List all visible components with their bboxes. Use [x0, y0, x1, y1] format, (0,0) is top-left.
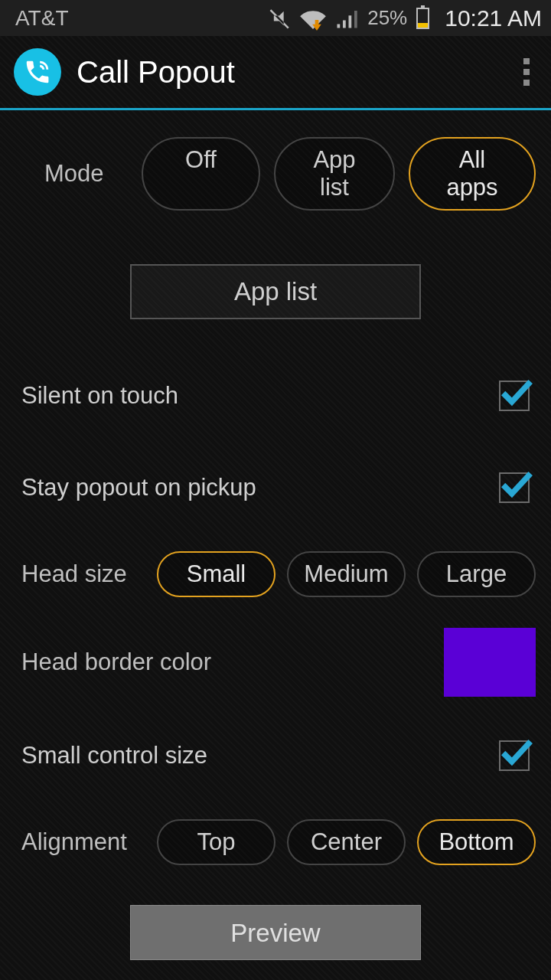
status-bar: AT&T 25% 10:21 AM — [0, 0, 551, 36]
head-size-medium[interactable]: Medium — [287, 551, 406, 597]
mute-icon — [269, 8, 291, 29]
silent-on-touch-checkbox[interactable] — [499, 381, 530, 411]
head-size-label: Head size — [21, 560, 155, 588]
small-control-checkbox[interactable] — [499, 740, 530, 771]
preview-button[interactable]: Preview — [130, 905, 421, 960]
head-size-row: Head size Small Medium Large — [15, 534, 536, 614]
alignment-center[interactable]: Center — [287, 819, 406, 865]
mode-option-off[interactable]: Off — [142, 137, 260, 211]
overflow-menu-button[interactable] — [516, 51, 537, 93]
head-border-color-row[interactable]: Head border color — [15, 614, 536, 710]
stay-popout-label: Stay popout on pickup — [21, 474, 256, 501]
mode-options: Off App list All apps — [142, 137, 536, 211]
action-bar: Call Popout — [0, 36, 551, 108]
wifi-icon — [300, 8, 326, 29]
head-size-options: Small Medium Large — [155, 551, 536, 597]
applist-button[interactable]: App list — [130, 264, 421, 319]
mode-option-applist[interactable]: App list — [274, 137, 395, 211]
silent-on-touch-label: Silent on touch — [21, 382, 178, 410]
app-icon — [14, 48, 61, 96]
alignment-top[interactable]: Top — [157, 819, 276, 865]
battery-pct-label: 25% — [367, 6, 407, 30]
small-control-label: Small control size — [21, 742, 207, 769]
setting-silent-on-touch[interactable]: Silent on touch — [15, 350, 536, 442]
setting-stay-popout[interactable]: Stay popout on pickup — [15, 442, 536, 534]
app-title: Call Popout — [77, 55, 235, 90]
head-border-color-label: Head border color — [21, 648, 211, 676]
head-border-color-swatch[interactable] — [444, 628, 536, 697]
stay-popout-checkbox[interactable] — [499, 472, 530, 503]
clock-label: 10:21 AM — [445, 5, 542, 31]
mode-row: Mode Off App list All apps — [15, 110, 536, 211]
setting-small-control[interactable]: Small control size — [15, 710, 536, 802]
battery-icon — [416, 8, 429, 29]
mode-label: Mode — [15, 160, 142, 188]
alignment-row: Alignment Top Center Bottom — [15, 802, 536, 882]
alignment-label: Alignment — [21, 828, 155, 856]
alignment-bottom[interactable]: Bottom — [417, 819, 536, 865]
head-size-small[interactable]: Small — [157, 551, 276, 597]
mode-option-allapps[interactable]: All apps — [409, 137, 536, 211]
alignment-options: Top Center Bottom — [155, 819, 536, 865]
status-right: 25% 10:21 AM — [269, 5, 542, 31]
head-size-large[interactable]: Large — [417, 551, 536, 597]
carrier-label: AT&T — [15, 6, 68, 31]
signal-icon — [335, 8, 358, 28]
